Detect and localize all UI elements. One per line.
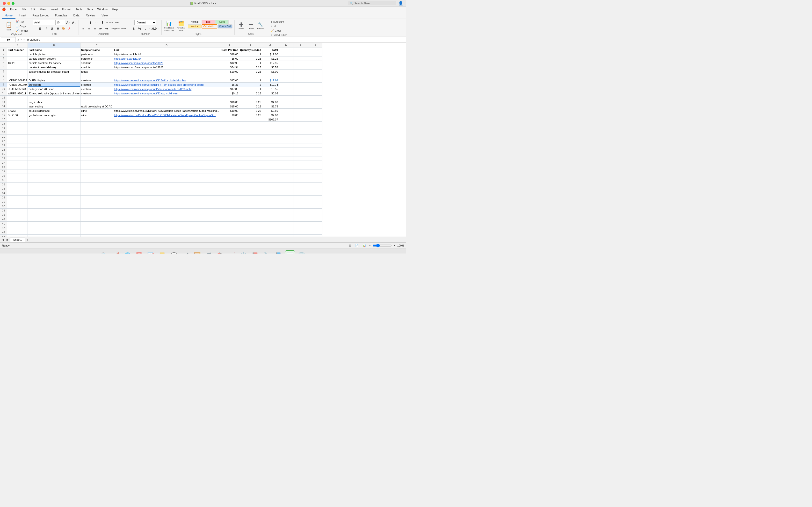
dock-messages[interactable]: 💬: [169, 250, 179, 254]
col-header-j[interactable]: J: [308, 43, 322, 48]
cell-g7[interactable]: [262, 74, 279, 78]
cell-j17[interactable]: [308, 117, 322, 122]
menu-data[interactable]: Data: [85, 7, 95, 12]
cell-a14[interactable]: [7, 104, 28, 109]
cell-e8[interactable]: $17.00: [220, 78, 239, 82]
cell-c10[interactable]: creatron: [80, 87, 113, 91]
cell-a10[interactable]: UBATT-007120: [7, 87, 28, 91]
cell-e10[interactable]: $17.85: [220, 87, 239, 91]
border-button[interactable]: ⊞: [55, 26, 60, 31]
spreadsheet[interactable]: A B C D E F G H I J 1: [0, 43, 406, 237]
decrease-indent-button[interactable]: ⇤: [98, 26, 103, 31]
cell-a8[interactable]: LCDMD-006405: [7, 78, 28, 82]
cell-f15[interactable]: 0.25: [239, 109, 262, 113]
dock-photos[interactable]: 🖼️: [192, 250, 203, 254]
conditional-formatting-button[interactable]: 📊 Conditional Formatting: [164, 20, 174, 32]
search-input[interactable]: [354, 2, 391, 5]
tab-data[interactable]: Data: [70, 13, 82, 18]
cell-g2[interactable]: $19.00: [262, 52, 279, 56]
cell-d8[interactable]: https://www.creatroninc.com/product/128x…: [113, 78, 220, 82]
cell-j8[interactable]: [308, 78, 322, 82]
dock-word[interactable]: 📘: [273, 250, 284, 254]
cell-i6[interactable]: [293, 69, 308, 74]
maximize-button[interactable]: [12, 2, 14, 5]
tab-insert[interactable]: Insert: [16, 13, 29, 18]
cell-c4[interactable]: sparkfun: [80, 61, 113, 65]
cell-e9[interactable]: $5.37: [220, 82, 239, 87]
cell-g10[interactable]: 15.55: [262, 87, 279, 91]
cell-b3[interactable]: particle photon delivery: [28, 56, 80, 61]
dock-books[interactable]: 📚: [215, 250, 226, 254]
dock-launchpad[interactable]: 🚀: [111, 250, 121, 254]
cell-c16[interactable]: uline: [80, 113, 113, 117]
cell-d11[interactable]: https://www.creatroninc.com/product/22aw…: [113, 91, 220, 96]
page-break-view-button[interactable]: 📊: [361, 243, 367, 248]
dock-safari[interactable]: 🌐: [122, 250, 133, 254]
cell-e15[interactable]: $10.00: [220, 109, 239, 113]
style-normal[interactable]: Normal: [188, 20, 201, 24]
cell-a5[interactable]: [7, 65, 28, 69]
cell-f13[interactable]: 0.25: [239, 100, 262, 104]
cell-g13[interactable]: $4.00: [262, 100, 279, 104]
cell-a13[interactable]: [7, 100, 28, 104]
fill-button[interactable]: ↓ Fill: [269, 24, 278, 28]
dock-reminders[interactable]: 📝: [146, 250, 156, 254]
cell-a3[interactable]: [7, 56, 28, 61]
menu-insert[interactable]: Insert: [49, 7, 60, 12]
search-bar[interactable]: 🔍: [348, 1, 396, 5]
zoom-in-icon[interactable]: +: [394, 244, 395, 247]
cell-j4[interactable]: [308, 61, 322, 65]
cell-g1[interactable]: Total: [262, 48, 279, 52]
cell-b13[interactable]: acrylic sheet: [28, 100, 80, 104]
cell-e4[interactable]: $12.95: [220, 61, 239, 65]
tab-home[interactable]: Home: [2, 13, 15, 18]
cell-d9[interactable]: https://www.creatroninc.com/product/3-x-…: [113, 82, 220, 87]
col-header-d[interactable]: D: [113, 43, 220, 48]
cell-f12[interactable]: [239, 96, 262, 100]
cell-b4[interactable]: particle breakout for battery: [28, 61, 80, 65]
merge-center-button[interactable]: Merge & Center: [110, 27, 127, 30]
increase-indent-button[interactable]: ⇥: [104, 26, 109, 31]
cell-c11[interactable]: creatron: [80, 91, 113, 96]
bold-button[interactable]: B: [38, 26, 43, 31]
cell-f6[interactable]: 0.25: [239, 69, 262, 74]
zoom-out-icon[interactable]: −: [369, 244, 370, 247]
col-header-e[interactable]: E: [220, 43, 239, 48]
percent-button[interactable]: %: [137, 26, 142, 31]
menu-tools[interactable]: Tools: [74, 7, 84, 12]
cell-h10[interactable]: [279, 87, 293, 91]
cell-f8[interactable]: 1: [239, 78, 262, 82]
cell-e2[interactable]: $19.00: [220, 52, 239, 56]
align-left-button[interactable]: ≡: [81, 26, 86, 31]
cell-b6[interactable]: customs duties for breakout board: [28, 69, 80, 74]
col-header-b[interactable]: B: [28, 43, 80, 48]
cell-e16[interactable]: $8.00: [220, 113, 239, 117]
cell-e17[interactable]: [220, 117, 239, 122]
normal-view-button[interactable]: ⊞: [348, 243, 352, 248]
cell-a7[interactable]: [7, 74, 28, 78]
cell-d15[interactable]: https://www.uline.ca/Product/Detail/S-67…: [113, 109, 220, 113]
cell-g17[interactable]: $102.37: [262, 117, 279, 122]
add-sheet-button[interactable]: +: [26, 237, 29, 242]
align-bottom-button[interactable]: ⬇: [100, 20, 105, 25]
cell-a11[interactable]: WIRES-920011: [7, 91, 28, 96]
cell-d17[interactable]: [113, 117, 220, 122]
cell-h13[interactable]: [279, 100, 293, 104]
menu-help[interactable]: Help: [110, 7, 120, 12]
cell-f5[interactable]: 0.25: [239, 65, 262, 69]
cell-g9[interactable]: $10.74: [262, 82, 279, 87]
cell-b7[interactable]: [28, 74, 80, 78]
menu-window[interactable]: Window: [95, 7, 110, 12]
cell-d10[interactable]: https://www.creatroninc.com/product/lith…: [113, 87, 220, 91]
cell-i9[interactable]: [293, 82, 308, 87]
col-header-g[interactable]: G: [262, 43, 279, 48]
cell-h15[interactable]: [279, 109, 293, 113]
menu-excel[interactable]: Excel: [8, 7, 19, 12]
cell-i16[interactable]: [293, 113, 308, 117]
copy-button[interactable]: 📄 Copy: [14, 24, 29, 28]
tab-formulas[interactable]: Formulas: [52, 13, 70, 18]
cell-b2[interactable]: particle photon: [28, 52, 80, 56]
cell-j7[interactable]: [308, 74, 322, 78]
increase-decimal-button[interactable]: .0→: [154, 26, 159, 31]
cell-c3[interactable]: particle.io: [80, 56, 113, 61]
